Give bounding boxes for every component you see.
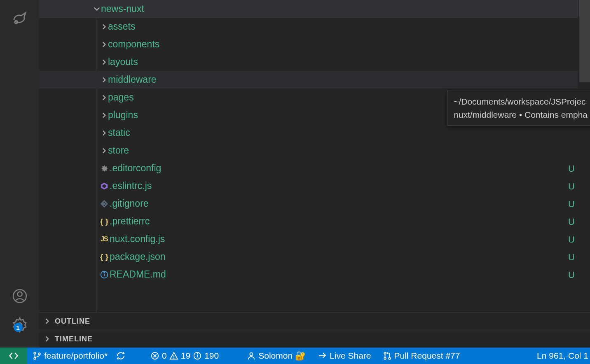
pull-request-label: Pull Request #77 — [394, 351, 460, 361]
tree-item--gitignore[interactable]: .gitignoreU — [39, 195, 578, 212]
settings-badge: 1 — [14, 323, 23, 332]
error-count: 0 — [162, 351, 167, 361]
file-icon — [99, 164, 110, 173]
tree-item-store[interactable]: store — [39, 142, 578, 159]
position-label: Ln 961, Col 1 — [537, 351, 588, 361]
tooltip-line-1: ~/Documents/workspace/JSProjec — [454, 95, 588, 108]
svg-point-18 — [250, 353, 253, 356]
branch-name: feature/portfolio* — [44, 351, 108, 361]
git-sync[interactable] — [113, 348, 128, 364]
live-share-label: Live Share — [330, 351, 371, 361]
chevron-right-icon — [100, 58, 108, 66]
svg-point-10 — [104, 272, 105, 273]
chevron-right-icon — [42, 335, 52, 343]
outline-label: OUTLINE — [55, 317, 90, 326]
tree-root[interactable]: news-nuxt — [39, 0, 578, 18]
remote-indicator[interactable] — [0, 348, 27, 364]
file-icon — [99, 182, 110, 191]
cursor-position[interactable]: Ln 961, Col 1 — [531, 348, 590, 364]
svg-point-17 — [197, 354, 198, 354]
tree-item--prettierrc[interactable]: { }.prettierrcU — [39, 212, 578, 230]
info-count: 190 — [204, 351, 219, 361]
live-share[interactable]: Live Share — [311, 348, 377, 364]
user-name: Solomon — [258, 351, 293, 361]
status-untracked: U — [568, 233, 575, 245]
tree-root-label: news-nuxt — [101, 3, 144, 14]
status-bar: feature/portfolio* 0 19 190 Solomon 🔐 Li… — [0, 348, 590, 364]
account-icon[interactable] — [9, 286, 30, 306]
file-icon — [99, 270, 110, 279]
status-untracked: U — [568, 269, 575, 280]
svg-point-6 — [103, 201, 105, 203]
tree-item-label: static — [108, 127, 130, 138]
chevron-right-icon — [100, 94, 108, 101]
tree-item--editorconfig[interactable]: .editorconfigU — [39, 159, 578, 177]
chevron-right-icon — [100, 76, 108, 84]
scrollbar[interactable] — [579, 0, 590, 312]
file-icon: { } — [99, 252, 110, 261]
tree-item-label: .editorconfig — [110, 163, 161, 174]
svg-point-13 — [38, 353, 40, 355]
chevron-right-icon — [100, 112, 108, 119]
svg-point-21 — [389, 357, 391, 359]
tree-item-label: store — [108, 145, 129, 156]
tree-item-label: nuxt.config.js — [110, 233, 165, 245]
tree-item-README-md[interactable]: README.mdU — [39, 266, 578, 283]
tree-item-label: README.md — [110, 269, 166, 280]
chevron-right-icon — [100, 23, 108, 30]
svg-point-7 — [103, 205, 105, 206]
problems-indicator[interactable]: 0 19 190 — [145, 348, 225, 364]
tree-item-label: package.json — [110, 251, 166, 262]
chevron-down-icon — [93, 5, 101, 13]
svg-point-2 — [17, 292, 22, 296]
git-branch[interactable]: feature/portfolio* — [27, 348, 113, 364]
svg-point-11 — [34, 352, 36, 354]
tree-item-label: components — [108, 39, 159, 50]
tree-item-label: middleware — [108, 74, 157, 85]
pull-request[interactable]: Pull Request #77 — [377, 348, 466, 364]
scrollbar-thumb[interactable] — [579, 0, 590, 82]
tree-item-label: assets — [108, 21, 135, 32]
tree-item-middleware[interactable]: middleware — [39, 71, 578, 89]
svg-point-19 — [384, 352, 386, 354]
share-icon[interactable] — [9, 8, 30, 29]
chevron-right-icon — [100, 41, 108, 48]
tree-item-label: layouts — [108, 56, 138, 68]
status-untracked: U — [568, 198, 575, 209]
tree-item-static[interactable]: static — [39, 124, 578, 142]
tree-item-layouts[interactable]: layouts — [39, 53, 578, 71]
tree-item--eslintrc-js[interactable]: .eslintrc.jsU — [39, 177, 578, 195]
status-untracked: U — [568, 216, 575, 227]
svg-point-15 — [173, 358, 174, 358]
explorer-sidebar: news-nuxt assetscomponentslayoutsmiddlew… — [39, 0, 590, 348]
tree-item-label: pages — [108, 92, 134, 103]
tree-item-nuxt-config-js[interactable]: JSnuxt.config.jsU — [39, 230, 578, 248]
status-untracked: U — [568, 163, 575, 174]
chevron-right-icon — [100, 147, 108, 154]
tree-item-label: .eslintrc.js — [110, 180, 152, 191]
svg-point-12 — [34, 357, 36, 359]
chevron-right-icon — [42, 317, 52, 325]
tree-item-assets[interactable]: assets — [39, 18, 578, 35]
path-tooltip: ~/Documents/workspace/JSProjec nuxt/midd… — [447, 91, 590, 126]
tree-item-label: plugins — [108, 110, 138, 121]
status-untracked: U — [568, 180, 575, 191]
chevron-right-icon — [100, 129, 108, 137]
tree-item-label: .prettierrc — [110, 216, 150, 227]
status-untracked: U — [568, 251, 575, 262]
svg-point-8 — [105, 203, 106, 204]
outline-section[interactable]: OUTLINE — [39, 312, 590, 330]
tooltip-line-2: nuxt/middleware • Contains empha — [454, 108, 588, 121]
account-user[interactable]: Solomon 🔐 — [241, 348, 311, 364]
file-icon — [99, 199, 110, 208]
file-icon: JS — [99, 236, 110, 243]
warning-count: 19 — [181, 351, 190, 361]
timeline-section[interactable]: TIMELINE — [39, 330, 590, 348]
tree-item-package-json[interactable]: { }package.jsonU — [39, 248, 578, 266]
settings-icon[interactable]: 1 — [9, 315, 30, 335]
svg-point-20 — [384, 357, 386, 359]
lock-icon: 🔐 — [295, 351, 306, 361]
tree-item-components[interactable]: components — [39, 35, 578, 53]
activity-bar: 1 — [0, 0, 39, 348]
tree-item-label: .gitignore — [110, 198, 149, 209]
